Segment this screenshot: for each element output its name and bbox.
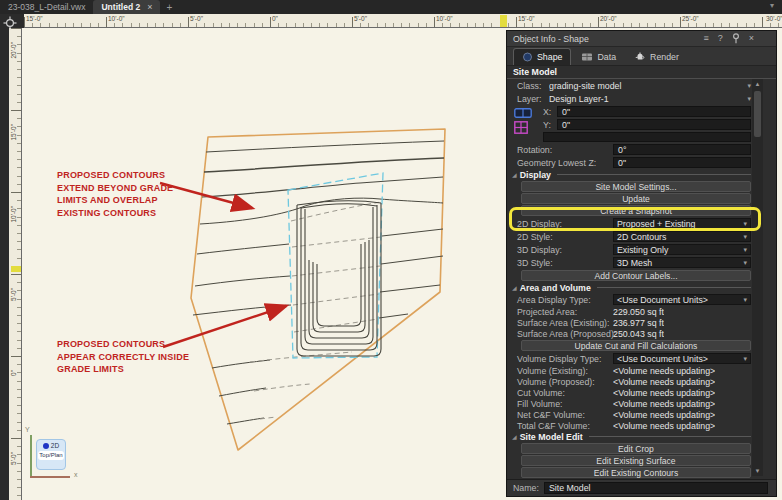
site-model-edit-section-header[interactable]: ◢ Site Model Edit [507, 431, 776, 442]
surface-area-proposed-row: Surface Area (Proposed): 250.043 sq ft [507, 328, 776, 339]
doc-tab-label: 23-038_L-Detail.vwx [8, 2, 85, 12]
update-button[interactable]: Update [521, 193, 751, 204]
expander-icon[interactable]: ◢ [512, 171, 517, 178]
3d-display-row: 3D Display: Existing Only ▾ [507, 243, 776, 256]
fill-volume-row: Fill Volume: <Volume needs updating> [507, 398, 776, 409]
new-tab-icon[interactable]: + [166, 2, 172, 13]
name-row: Name: Site Model [507, 479, 776, 496]
edit-existing-surface-button[interactable]: Edit Existing Surface [521, 455, 751, 466]
ruler-label: 5'-0" [190, 15, 203, 22]
x-axis-label: x [74, 471, 78, 478]
palette-scrollbar[interactable]: ▲ ▼ [752, 79, 763, 476]
scroll-up-icon[interactable]: ▲ [755, 79, 761, 89]
2d-style-dropdown[interactable]: 2D Contours ▾ [613, 231, 751, 242]
cut-volume-row: Cut Volume: <Volume needs updating> [507, 387, 776, 398]
3d-display-dropdown[interactable]: Existing Only ▾ [613, 244, 751, 255]
render-teapot-icon [634, 52, 646, 62]
ruler-label: 15'-0" [518, 15, 535, 22]
expander-icon[interactable]: ◢ [512, 433, 517, 440]
update-cut-fill-button[interactable]: Update Cut and Fill Calculations [521, 340, 751, 351]
add-contour-labels-button[interactable]: Add Contour Labels... [521, 270, 751, 281]
chevron-down-icon: ▾ [743, 246, 747, 254]
y-coordinate-row: Y: 0" [543, 118, 776, 131]
volume-proposed-row: Volume (Proposed): <Volume needs updatin… [507, 376, 776, 387]
close-icon[interactable]: × [749, 34, 754, 43]
view-name-label: Top/Plan [38, 451, 64, 460]
3d-style-dropdown[interactable]: 3D Mesh ▾ [613, 257, 751, 268]
volume-display-type-row: Volume Display Type: <Use Document Units… [507, 352, 776, 365]
ruler-label: 5'-0" [354, 15, 367, 22]
rotation-field[interactable]: 0° [613, 144, 751, 155]
y-axis-line [30, 435, 32, 477]
view-mode-dot-icon [43, 443, 49, 449]
palette-titlebar[interactable]: Object Info - Shape ≡ ? × [507, 31, 776, 47]
view-mode-badge: 2D Top/Plan [36, 439, 66, 470]
y-coordinate-field[interactable]: 0" [557, 119, 751, 130]
rotation-row: Rotation: 0° [507, 143, 776, 156]
chevron-down-icon: ▾ [743, 355, 747, 363]
area-volume-section-header[interactable]: ◢ Area and Volume [507, 282, 776, 293]
ruler-cursor-marker-h [500, 15, 507, 27]
edit-existing-contours-button[interactable]: Edit Existing Contours [521, 467, 751, 478]
doc-tab-detail[interactable]: 23-038_L-Detail.vwx [0, 0, 93, 14]
surface-area-existing-row: Surface Area (Existing): 236.977 sq ft [507, 317, 776, 328]
ruler-label: 5'-0" [10, 288, 17, 301]
chevron-down-icon[interactable]: ▾ [747, 95, 751, 103]
ruler-label: 10'-0" [10, 206, 17, 223]
x-axis-line [30, 476, 70, 478]
ruler-label: 10'-0" [108, 15, 125, 22]
tab-render[interactable]: Render [626, 48, 687, 65]
scroll-down-icon[interactable]: ▼ [755, 466, 761, 476]
2d-style-row: 2D Style: 2D Contours ▾ [507, 230, 776, 243]
chevron-down-icon: ▾ [743, 233, 747, 241]
tab-data[interactable]: Data [573, 48, 624, 65]
pin-icon[interactable] [732, 33, 740, 44]
annotation-correct-inside[interactable]: PROPOSED CONTOURS APPEAR CORRECTLY INSID… [57, 338, 189, 376]
name-input[interactable]: Site Model [544, 482, 768, 494]
2d-display-dropdown[interactable]: Proposed + Existing ▾ [613, 218, 751, 229]
tab-shape[interactable]: Shape [513, 48, 571, 65]
ruler-label: 20'-0" [10, 42, 17, 59]
create-snapshot-button[interactable]: Create a Snapshot [521, 205, 751, 216]
data-icon [581, 52, 593, 62]
close-tab-icon[interactable]: × [147, 2, 152, 12]
class-row[interactable]: Class: grading-site model ▾ [507, 79, 776, 92]
position-mode-icon[interactable] [514, 108, 532, 118]
ruler-label: 0" [272, 15, 278, 22]
tab-overflow-icon[interactable]: ▾ [770, 1, 774, 10]
chevron-down-icon: ▾ [743, 259, 747, 267]
scrollbar-thumb[interactable] [754, 91, 761, 137]
expander-icon[interactable]: ◢ [512, 284, 517, 291]
projected-area-row: Projected Area: 229.050 sq ft [507, 306, 776, 317]
x-coordinate-field[interactable]: 0" [557, 106, 751, 117]
edit-crop-button[interactable]: Edit Crop [521, 443, 751, 454]
ruler-label: 15'-0" [10, 124, 17, 141]
area-display-type-dropdown[interactable]: <Use Document Units> ▾ [613, 294, 751, 305]
doc-tab-untitled[interactable]: Untitled 2 × [93, 0, 160, 14]
geometry-lowest-z-row: Geometry Lowest Z: 0" [507, 156, 776, 169]
ruler-cursor-marker-v [11, 266, 21, 272]
vertical-ruler: 20'-0" 15'-0" 10'-0" 5'-0" 0" 5'-0" [9, 28, 22, 500]
help-icon[interactable]: ? [718, 34, 723, 43]
volume-display-type-dropdown[interactable]: <Use Document Units> ▾ [613, 353, 751, 364]
layer-row[interactable]: Layer: Design Layer-1 ▾ [507, 92, 776, 105]
display-section-header[interactable]: ◢ Display [507, 169, 776, 180]
horizontal-ruler: 15'-0" 10'-0" 5'-0" 0" 5'-0" 10'-0" 15'-… [24, 14, 782, 28]
ruler-label: 30'-0" [766, 15, 782, 22]
position-extra-field[interactable] [543, 132, 751, 142]
shape-icon [522, 52, 533, 62]
view-indicator: Y x 2D Top/Plan [24, 426, 82, 484]
ruler-label: 5'-0" [10, 452, 17, 465]
2d-display-row: 2D Display: Proposed + Existing ▾ [507, 217, 776, 230]
object-info-palette: Object Info - Shape ≡ ? × Shape [506, 30, 777, 497]
annotation-extend-beyond[interactable]: PROPOSED CONTOURS EXTEND BEYOND GRADE LI… [57, 169, 173, 219]
menu-icon[interactable]: ≡ [703, 34, 708, 43]
site-model-settings-button[interactable]: Site Model Settings... [521, 181, 751, 192]
grid-mode-icon[interactable] [514, 121, 528, 134]
vectorworks-window: 23-038_L-Detail.vwx Untitled 2 × + ▾ 15'… [0, 0, 782, 500]
geometry-lowest-z-field[interactable]: 0" [613, 157, 751, 168]
chevron-down-icon[interactable]: ▾ [747, 82, 751, 90]
document-tabbar: 23-038_L-Detail.vwx Untitled 2 × + ▾ [0, 0, 782, 14]
ruler-origin-icon[interactable] [3, 16, 17, 30]
view-mode-label: 2D [51, 442, 59, 449]
